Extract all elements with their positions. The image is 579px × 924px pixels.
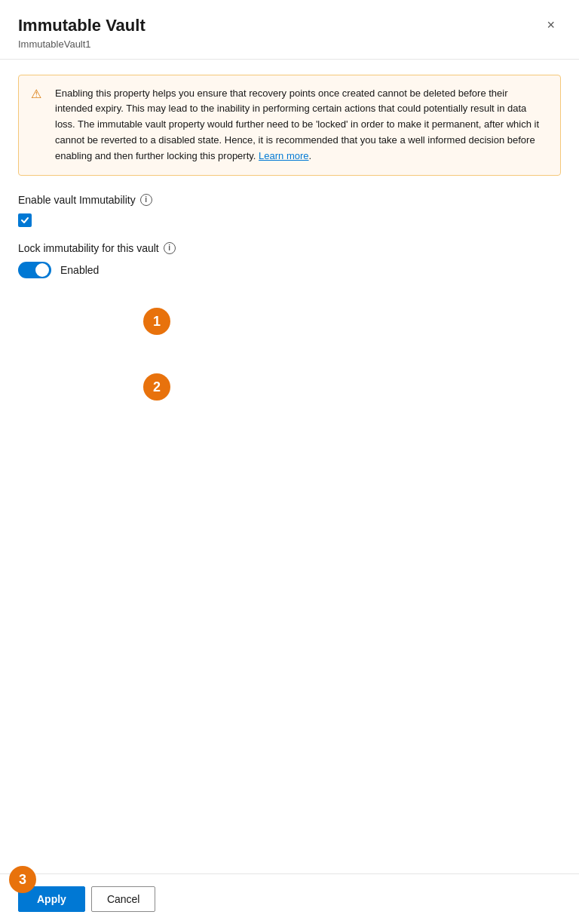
panel-footer: Apply Cancel <box>0 873 579 924</box>
warning-icon: ⚠ <box>31 87 46 102</box>
lock-label-text: Lock immutability for this vault <box>18 242 159 254</box>
lock-info-icon[interactable]: i <box>164 242 176 254</box>
toggle-knob <box>35 263 49 277</box>
immutability-section: Enable vault Immutability i <box>18 194 561 227</box>
panel-content: ⚠ Enabling this property helps you ensur… <box>0 60 579 873</box>
close-button[interactable]: × <box>541 15 561 35</box>
immutability-label: Enable vault Immutability i <box>18 194 561 206</box>
panel-title: Immutable Vault <box>18 15 146 37</box>
warning-box: ⚠ Enabling this property helps you ensur… <box>18 75 561 176</box>
lock-label: Lock immutability for this vault i <box>18 242 561 254</box>
annotation-badge-1: 1 <box>143 308 170 335</box>
learn-more-link[interactable]: Learn more <box>259 150 308 161</box>
cancel-button[interactable]: Cancel <box>91 886 156 912</box>
immutable-vault-panel: Immutable Vault ImmutableVault1 × ⚠ Enab… <box>0 0 579 924</box>
panel-header: Immutable Vault ImmutableVault1 × <box>0 0 579 60</box>
title-group: Immutable Vault ImmutableVault1 <box>18 15 146 50</box>
immutability-checkbox[interactable] <box>18 213 32 227</box>
annotation-badge-2: 2 <box>143 373 170 401</box>
lock-toggle-row: Enabled <box>18 262 561 278</box>
immutability-info-icon[interactable]: i <box>140 194 152 206</box>
annotation-badge-3: 3 <box>9 866 36 893</box>
panel-subtitle: ImmutableVault1 <box>18 38 146 50</box>
immutability-label-text: Enable vault Immutability <box>18 194 136 206</box>
lock-toggle[interactable] <box>18 262 51 278</box>
warning-text: Enabling this property helps you ensure … <box>55 86 548 164</box>
immutability-checkbox-wrapper <box>18 213 561 227</box>
checkmark-icon <box>20 216 29 225</box>
toggle-enabled-label: Enabled <box>60 264 99 276</box>
lock-section: Lock immutability for this vault i Enabl… <box>18 242 561 278</box>
